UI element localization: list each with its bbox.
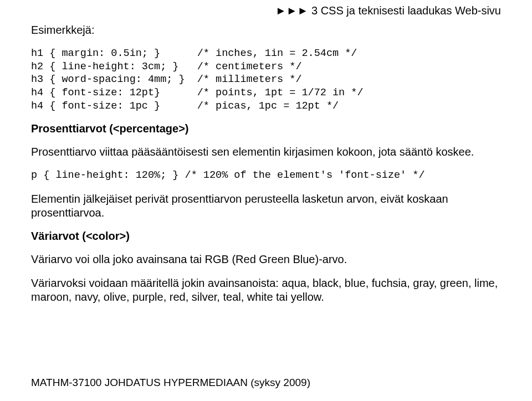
code-block-percentage: p { line-height: 120%; } /* 120% of the … [31, 169, 501, 182]
header-arrows: ►►► [275, 4, 308, 17]
color-paragraph-2: Väriarvoksi voidaan määritellä jokin ava… [31, 276, 501, 304]
page: ►►► 3 CSS ja teknisesti laadukas Web-siv… [0, 0, 532, 401]
running-header: ►►► 3 CSS ja teknisesti laadukas Web-siv… [275, 4, 501, 17]
section-heading-color: Väriarvot (<color>) [31, 230, 501, 243]
page-footer: MATHM-37100 JOHDATUS HYPERMEDIAAN (syksy… [31, 377, 310, 389]
percentage-description: Prosenttiarvo viittaa pääsääntöisesti se… [31, 145, 501, 159]
code-block-units: h1 { margin: 0.5in; } /* inches, 1in = 2… [31, 47, 501, 112]
inheritance-paragraph: Elementin jälkejäiset perivät prosenttia… [31, 192, 501, 220]
header-text: 3 CSS ja teknisesti laadukas Web-sivu [311, 4, 501, 17]
section-heading-percentage: Prosenttiarvot (<percentage>) [31, 122, 501, 135]
color-paragraph-1: Väriarvo voi olla joko avainsana tai RGB… [31, 253, 501, 266]
examples-heading: Esimerkkejä: [31, 23, 501, 37]
document-body: Esimerkkejä: h1 { margin: 0.5in; } /* in… [31, 0, 501, 304]
